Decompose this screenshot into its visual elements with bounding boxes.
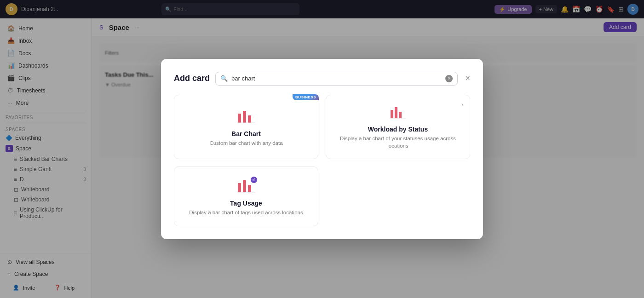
tag-usage-title: Tag Usage xyxy=(230,200,262,207)
modal-clear-button[interactable]: × xyxy=(445,75,453,82)
tag-toggle-icon: ⏎ xyxy=(251,177,257,183)
card-grid: BUSINESS Bar Chart Custom bar chart with… xyxy=(174,95,470,226)
workload-chevron-icon: › xyxy=(461,102,463,107)
tag-icon-wrap: ⏎ xyxy=(237,178,255,195)
modal-search-box[interactable]: 🔍 × xyxy=(215,72,458,86)
workload-status-card[interactable]: › Workload by Status Display a bar chart… xyxy=(326,95,470,159)
modal-close-button[interactable]: × xyxy=(465,74,470,83)
bar-chart-title: Bar Chart xyxy=(231,130,261,138)
bar-chart-card[interactable]: BUSINESS Bar Chart Custom bar chart with… xyxy=(174,95,318,159)
workload-chart-icon xyxy=(390,106,406,119)
svg-rect-2 xyxy=(248,115,251,123)
bar-chart-desc: Custom bar chart with any data xyxy=(209,139,282,147)
modal-search-icon: 🔍 xyxy=(220,75,228,82)
svg-rect-8 xyxy=(238,183,241,192)
business-badge: BUSINESS xyxy=(293,94,319,100)
modal-overlay[interactable]: Add card 🔍 × × BUSINESS xyxy=(0,0,644,298)
tag-usage-desc: Display a bar chart of tags used across … xyxy=(189,209,303,216)
workload-desc: Display a bar chart of your statuses usa… xyxy=(335,135,460,149)
bar-chart-icon xyxy=(237,109,255,124)
svg-rect-6 xyxy=(399,112,402,118)
modal-header: Add card 🔍 × × xyxy=(174,72,470,86)
svg-rect-5 xyxy=(395,107,397,118)
modal-search-input[interactable] xyxy=(231,75,442,82)
bar-chart-icon-wrap xyxy=(237,109,255,126)
modal-title: Add card xyxy=(174,74,210,83)
workload-icon-wrap xyxy=(390,106,406,121)
svg-rect-0 xyxy=(238,114,241,123)
svg-rect-1 xyxy=(243,111,246,123)
svg-rect-4 xyxy=(391,110,393,118)
svg-rect-9 xyxy=(243,180,246,192)
add-card-modal: Add card 🔍 × × BUSINESS xyxy=(161,59,483,239)
tag-usage-card[interactable]: ⏎ Tag Usage Display a bar chart of tags … xyxy=(174,166,318,226)
workload-title: Workload by Status xyxy=(368,126,428,133)
svg-rect-10 xyxy=(248,185,251,192)
